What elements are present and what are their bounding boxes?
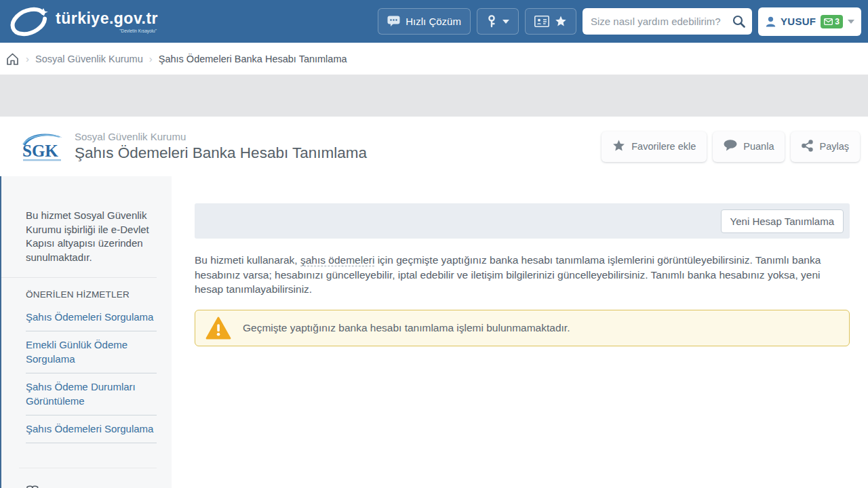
warning-message: Geçmişte yaptığınız banka hesabı tanımla…	[243, 322, 570, 334]
service-info-text: Bu hizmet Sosyal Güvenlik Kurumu işbirli…	[26, 209, 157, 264]
action-toolbar: Yeni Hesap Tanımlama	[195, 203, 850, 239]
top-header: türkiye.gov.tr "Devletin Kısayolu" Hızlı…	[0, 0, 868, 43]
sidebar-divider	[1, 277, 157, 278]
breadcrumb-item-current: Şahıs Ödemeleri Banka Hesabı Tanımlama	[159, 54, 347, 64]
share-icon	[802, 140, 813, 154]
content-row: Bu hizmet Sosyal Güvenlik Kurumu işbirli…	[0, 176, 868, 488]
breadcrumb-separator: ›	[26, 53, 29, 64]
sidebar-link-sahis-odemeleri-sorgulama-2[interactable]: Şahıs Ödemeleri Sorgulama	[26, 415, 157, 443]
book-icon	[26, 485, 40, 488]
warning-alert: Geçmişte yaptığınız banka hesabı tanımla…	[195, 310, 850, 346]
profile-favorites-button[interactable]	[525, 8, 576, 35]
share-label: Paylaş	[819, 141, 849, 152]
quick-solution-label: Hızlı Çözüm	[406, 16, 461, 27]
main-area: Yeni Hesap Tanımlama Bu hizmeti kullanar…	[172, 176, 868, 488]
title-actions: Favorilere ekle Puanla Paylaş	[601, 131, 860, 162]
home-link[interactable]	[5, 52, 20, 66]
chat-bubble-icon	[387, 16, 400, 27]
logo-tagline: "Devletin Kısayolu"	[119, 28, 157, 33]
description-term[interactable]: şahıs ödemeleri	[300, 254, 374, 266]
header-actions: Hızlı Çözüm	[378, 7, 861, 36]
chevron-down-icon	[502, 20, 509, 24]
comment-icon	[724, 140, 737, 153]
key-menu-button[interactable]	[477, 8, 519, 35]
message-count: 3	[835, 17, 840, 26]
rate-button[interactable]: Puanla	[713, 131, 785, 162]
sidebar-link-sahis-odemeleri-sorgulama[interactable]: Şahıs Ödemeleri Sorgulama	[26, 304, 157, 331]
search-box[interactable]	[583, 8, 752, 35]
suggested-services-header: ÖNERİLEN HİZMETLER	[26, 289, 157, 300]
page-title: Şahıs Ödemeleri Banka Hesabı Tanımlama	[75, 144, 601, 162]
envelope-icon	[824, 18, 833, 25]
share-button[interactable]: Paylaş	[791, 131, 860, 162]
breadcrumb-item-sgk[interactable]: Sosyal Güvenlik Kurumu	[35, 54, 143, 64]
id-card-icon[interactable]	[534, 16, 549, 27]
suggested-services-list: Şahıs Ödemeleri Sorgulama Emekli Günlük …	[26, 304, 157, 443]
sidebar: Bu hizmet Sosyal Güvenlik Kurumu işbirli…	[0, 176, 172, 488]
user-icon	[766, 16, 776, 27]
agency-name: Sosyal Güvenlik Kurumu	[75, 131, 601, 142]
key-icon	[486, 15, 497, 28]
user-manual-link[interactable]: Kullanım Kılavuzu	[26, 485, 157, 488]
user-menu-button[interactable]: YUSUF 3	[758, 7, 861, 36]
rate-label: Puanla	[743, 141, 774, 152]
sidebar-divider	[19, 468, 157, 468]
home-icon	[5, 52, 20, 66]
sidebar-link-emekli-gunluk-odeme-sorgulama[interactable]: Emekli Günlük Ödeme Sorgulama	[26, 331, 157, 373]
title-bar: SGK Sosyal Güvenlik Kurumu Şahıs Ödemele…	[0, 117, 868, 176]
description-before: Bu hizmeti kullanarak,	[195, 254, 300, 266]
edevlet-crescent-star-icon	[8, 4, 52, 39]
breadcrumb: › Sosyal Güvenlik Kurumu › Şahıs Ödemele…	[0, 43, 868, 75]
new-account-button[interactable]: Yeni Hesap Tanımlama	[721, 209, 844, 233]
sgk-logo: SGK	[20, 129, 65, 163]
user-name: YUSUF	[781, 16, 816, 27]
svg-text:SGK: SGK	[22, 142, 58, 160]
chevron-down-icon	[848, 20, 854, 24]
warning-triangle-icon	[205, 317, 231, 340]
logo-wordmark: türkiye.gov.tr	[56, 9, 158, 28]
star-icon	[612, 140, 625, 154]
breadcrumb-separator: ›	[149, 53, 153, 64]
quick-solution-button[interactable]: Hızlı Çözüm	[378, 8, 471, 35]
add-to-favorites-button[interactable]: Favorilere ekle	[601, 131, 707, 162]
add-to-favorites-label: Favorilere ekle	[631, 141, 696, 152]
gray-banner-band	[0, 75, 868, 117]
message-badge[interactable]: 3	[821, 15, 843, 28]
title-texts: Sosyal Güvenlik Kurumu Şahıs Ödemeleri B…	[75, 131, 601, 162]
search-icon[interactable]	[732, 15, 745, 28]
edevlet-logo[interactable]: türkiye.gov.tr "Devletin Kısayolu"	[8, 4, 158, 39]
sidebar-link-sahis-odeme-durumlari-goruntuleme[interactable]: Şahıs Ödeme Durumları Görüntüleme	[26, 373, 157, 415]
search-input[interactable]	[591, 16, 732, 27]
service-description: Bu hizmeti kullanarak, şahıs ödemeleri i…	[195, 253, 850, 297]
star-icon[interactable]	[555, 16, 567, 27]
